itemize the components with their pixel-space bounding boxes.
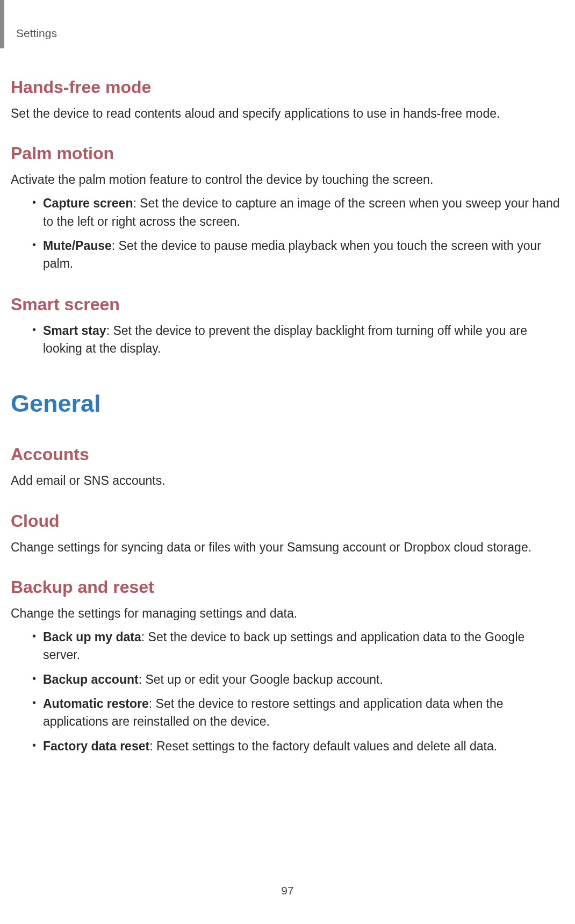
section-hands-free-mode: Hands-free mode Set the device to read c…	[11, 77, 564, 122]
item-term: Factory data reset	[43, 739, 149, 753]
item-text: : Set the device to prevent the display …	[43, 324, 527, 355]
page-number: 97	[0, 884, 575, 897]
section-accounts: Accounts Add email or SNS accounts.	[11, 445, 564, 489]
item-text: : Set up or edit your Google backup acco…	[139, 672, 383, 686]
desc-cloud: Change settings for syncing data or file…	[11, 539, 564, 556]
list-smart-screen: Smart stay: Set the device to prevent th…	[11, 322, 564, 358]
heading-smart-screen: Smart screen	[11, 295, 564, 314]
desc-hands-free: Set the device to read contents aloud an…	[11, 105, 564, 122]
header-label: Settings	[16, 27, 564, 40]
item-text: : Reset settings to the factory default …	[149, 739, 497, 753]
section-backup-reset: Backup and reset Change the settings for…	[11, 577, 564, 755]
heading-backup-reset: Backup and reset	[11, 577, 564, 597]
list-item: Mute/Pause: Set the device to pause medi…	[32, 237, 564, 273]
desc-palm-motion: Activate the palm motion feature to cont…	[11, 171, 564, 188]
section-palm-motion: Palm motion Activate the palm motion fea…	[11, 144, 564, 273]
section-cloud: Cloud Change settings for syncing data o…	[11, 511, 564, 556]
item-term: Backup account	[43, 672, 139, 686]
item-term: Smart stay	[43, 324, 106, 338]
list-backup-reset: Back up my data: Set the device to back …	[11, 628, 564, 755]
list-item: Automatic restore: Set the device to res…	[32, 695, 564, 731]
desc-accounts: Add email or SNS accounts.	[11, 472, 564, 489]
manual-page: Settings Hands-free mode Set the device …	[0, 0, 575, 924]
desc-backup-reset: Change the settings for managing setting…	[11, 605, 564, 622]
list-item: Smart stay: Set the device to prevent th…	[32, 322, 564, 358]
heading-cloud: Cloud	[11, 511, 564, 531]
heading-general: General	[11, 390, 564, 418]
list-palm-motion: Capture screen: Set the device to captur…	[11, 195, 564, 273]
heading-accounts: Accounts	[11, 445, 564, 464]
item-term: Capture screen	[43, 196, 133, 210]
list-item: Factory data reset: Reset settings to th…	[32, 737, 564, 755]
section-smart-screen: Smart screen Smart stay: Set the device …	[11, 295, 564, 358]
item-text: : Set the device to pause media playback…	[43, 239, 541, 270]
list-item: Backup account: Set up or edit your Goog…	[32, 671, 564, 689]
list-item: Back up my data: Set the device to back …	[32, 628, 564, 664]
item-term: Automatic restore	[43, 697, 149, 711]
item-term: Back up my data	[43, 630, 141, 644]
item-term: Mute/Pause	[43, 239, 112, 253]
heading-palm-motion: Palm motion	[11, 144, 564, 163]
heading-hands-free: Hands-free mode	[11, 77, 564, 97]
list-item: Capture screen: Set the device to captur…	[32, 195, 564, 231]
page-tab-marker	[0, 0, 4, 48]
